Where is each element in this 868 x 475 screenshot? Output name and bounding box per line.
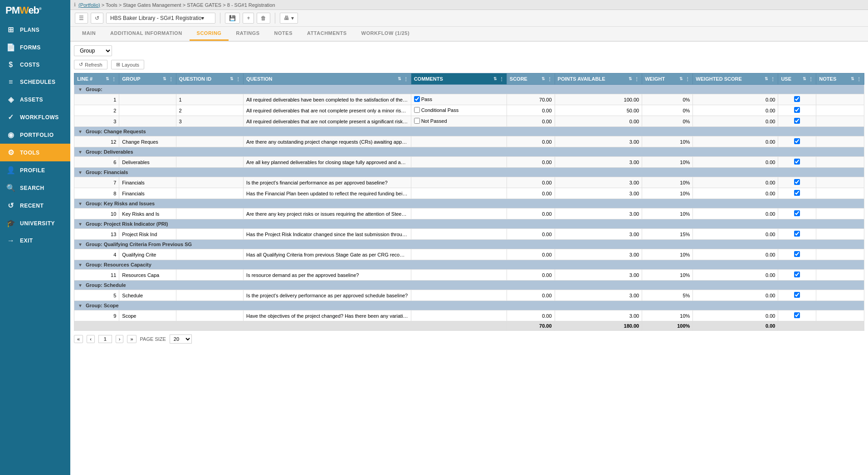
- group-header-cell: ▼ Group:: [74, 85, 864, 94]
- cell-use[interactable]: [778, 116, 816, 127]
- collapse-icon[interactable]: ▼: [78, 242, 83, 247]
- tab-workflow[interactable]: WORKFLOW (1/25): [354, 27, 417, 41]
- page-prev-button[interactable]: ‹: [87, 335, 95, 343]
- sidebar-item-forms[interactable]: 📄 FORMS: [0, 39, 70, 56]
- cell-use[interactable]: [778, 270, 816, 281]
- tab-attachments[interactable]: ATTACHMENTS: [300, 27, 354, 41]
- sidebar-item-costs[interactable]: $ COSTS: [0, 56, 70, 73]
- tab-scoring[interactable]: SCORING: [190, 27, 229, 41]
- tab-notes[interactable]: NOTES: [267, 27, 300, 41]
- toolbar: ☰ ↺ HBS Baker Library - SG#1 Registratio…: [70, 10, 868, 27]
- collapse-icon[interactable]: ▼: [78, 150, 83, 155]
- collapse-icon[interactable]: ▼: [78, 129, 83, 134]
- page-next-button[interactable]: ›: [116, 335, 124, 343]
- cell-use[interactable]: [778, 188, 816, 199]
- col-header-score[interactable]: SCORE ⇅ ⋮: [507, 73, 555, 85]
- page-last-button[interactable]: »: [127, 335, 136, 343]
- group-header-row: ▼ Group: Scope: [74, 301, 864, 310]
- page-first-button[interactable]: «: [74, 335, 83, 343]
- collapse-icon[interactable]: ▼: [78, 222, 83, 227]
- group-filter-select[interactable]: Group: [74, 45, 112, 56]
- cell-comments[interactable]: Conditional Pass: [411, 105, 507, 116]
- breadcrumb-portfolio[interactable]: (Portfolio): [78, 2, 100, 8]
- tab-ratings[interactable]: RATINGS: [229, 27, 267, 41]
- cell-use[interactable]: [778, 290, 816, 301]
- record-dropdown[interactable]: HBS Baker Library - SG#1 Registratio ▾: [106, 13, 215, 24]
- col-header-wscore[interactable]: WEIGHTED SCORE ⇅ ⋮: [693, 73, 778, 85]
- col-header-linenum[interactable]: LINE # ⇅ ⋮: [74, 73, 119, 85]
- sidebar-item-label: FORMS: [20, 44, 41, 51]
- col-header-use[interactable]: USE ⇅ ⋮: [778, 73, 816, 85]
- tools-icon: ⚙: [6, 148, 15, 157]
- collapse-icon[interactable]: ▼: [78, 262, 83, 267]
- cell-use[interactable]: [778, 136, 816, 147]
- add-button[interactable]: +: [243, 13, 254, 24]
- sidebar-item-tools[interactable]: ⚙ TOOLS: [0, 144, 70, 161]
- sidebar-item-search[interactable]: 🔍 SEARCH: [0, 179, 70, 197]
- cell-group: [119, 94, 176, 105]
- sidebar-item-profile[interactable]: 👤 PROFILE: [0, 161, 70, 179]
- col-header-points[interactable]: POINTS AVAILABLE ⇅ ⋮: [555, 73, 642, 85]
- cell-score: 0.00: [507, 105, 555, 116]
- col-header-weight[interactable]: WEIGHT ⇅ ⋮: [642, 73, 693, 85]
- cell-comments[interactable]: Pass: [411, 94, 507, 105]
- cell-qid: [176, 310, 244, 321]
- sidebar-item-recent[interactable]: ↺ RECENT: [0, 197, 70, 214]
- col-header-qid[interactable]: QUESTION ID ⇅ ⋮: [176, 73, 244, 85]
- cell-points: 3.00: [555, 136, 642, 147]
- cell-qid: 1: [176, 94, 244, 105]
- sidebar-item-plans[interactable]: ⊞ PLANS: [0, 21, 70, 39]
- col-header-comments[interactable]: COMMENTS ⇅ ⋮: [411, 73, 507, 85]
- refresh-icon: ↺: [79, 62, 83, 68]
- collapse-icon[interactable]: ▼: [78, 170, 83, 175]
- cell-use[interactable]: [778, 249, 816, 260]
- layouts-label: Layouts: [122, 62, 140, 68]
- delete-button[interactable]: 🗑: [257, 13, 270, 24]
- layouts-button[interactable]: ⊞ Layouts: [111, 60, 145, 69]
- save-button[interactable]: 💾: [225, 13, 240, 24]
- cell-use[interactable]: [778, 94, 816, 105]
- sidebar-item-portfolio[interactable]: ◉ PORTFOLIO: [0, 126, 70, 144]
- sidebar-item-assets[interactable]: ◈ ASSETS: [0, 91, 70, 108]
- collapse-icon[interactable]: ▼: [78, 87, 83, 92]
- page-size-select[interactable]: 20 50 100: [170, 334, 192, 344]
- tab-additional-information[interactable]: ADDITIONAL INFORMATION: [103, 27, 189, 41]
- cell-comments[interactable]: Not Passed: [411, 116, 507, 127]
- top-bar: ℹ (Portfolio) > Tools > Stage Gates Mana…: [70, 0, 868, 10]
- cell-use[interactable]: [778, 208, 816, 219]
- col-header-notes[interactable]: NOTES ⇅ ⋮: [816, 73, 864, 85]
- cell-linenum: 5: [74, 290, 119, 301]
- cell-wscore: 0.00: [693, 249, 778, 260]
- cell-group: [119, 116, 176, 127]
- cell-linenum: 6: [74, 157, 119, 168]
- collapse-icon[interactable]: ▼: [78, 283, 83, 288]
- cell-use[interactable]: [778, 105, 816, 116]
- table-row: 7 Financials Is the project's financial …: [74, 177, 864, 188]
- cell-use[interactable]: [778, 310, 816, 321]
- collapse-icon[interactable]: ▼: [78, 303, 83, 308]
- cell-use[interactable]: [778, 177, 816, 188]
- sidebar-item-label: TOOLS: [20, 150, 40, 156]
- sidebar-item-schedules[interactable]: ≡ SCHEDULES: [0, 73, 70, 91]
- refresh-toolbar-button[interactable]: ↺: [91, 13, 103, 24]
- tab-main[interactable]: MAIN: [75, 27, 103, 41]
- cell-wscore: 0.00: [693, 208, 778, 219]
- info-icon[interactable]: ℹ: [74, 2, 76, 8]
- cell-use[interactable]: [778, 157, 816, 168]
- sidebar-item-workflows[interactable]: ✓ WORKFLOWS: [0, 108, 70, 126]
- cell-linenum: 3: [74, 116, 119, 127]
- list-view-button[interactable]: ☰: [75, 13, 88, 24]
- sidebar: PMWeb® ⊞ PLANS 📄 FORMS $ COSTS ≡ SCHEDUL…: [0, 0, 70, 475]
- refresh-button[interactable]: ↺ Refresh: [74, 60, 107, 69]
- collapse-icon[interactable]: ▼: [78, 201, 83, 206]
- cell-qid: [176, 208, 244, 219]
- sidebar-item-exit[interactable]: → EXIT: [0, 232, 70, 249]
- col-header-group[interactable]: GROUP ⇅ ⋮: [119, 73, 176, 85]
- col-header-question[interactable]: QUESTION ⇅ ⋮: [244, 73, 411, 85]
- print-button[interactable]: 🖶 ▾: [280, 13, 297, 24]
- cell-score: 0.00: [507, 310, 555, 321]
- profile-icon: 👤: [6, 166, 15, 174]
- breadcrumb-path: > Tools > Stage Gates Management > STAGE…: [102, 2, 275, 8]
- cell-use[interactable]: [778, 229, 816, 240]
- sidebar-item-university[interactable]: 🎓 UNIVERSITY: [0, 214, 70, 232]
